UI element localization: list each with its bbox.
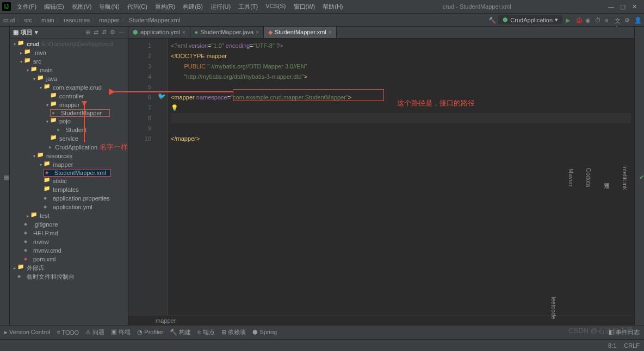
tree-student-mapper-xml[interactable]: StudentMapper.xml bbox=[44, 169, 111, 177]
expand-icon[interactable]: ⇄ bbox=[94, 29, 98, 36]
debug-button[interactable]: 🐞 bbox=[575, 17, 582, 23]
close-icon[interactable]: × bbox=[329, 29, 332, 35]
crumb-main[interactable]: main bbox=[41, 17, 54, 23]
title-bar: IJ 文件(F) 编辑(E) 视图(V) 导航(N) 代码(C) 重构(R) 构… bbox=[0, 0, 644, 14]
code-editor[interactable]: 🐦 <?xml version="1.0" encoding="UTF-8" ?… bbox=[168, 39, 634, 315]
close-icon[interactable]: × bbox=[182, 29, 185, 35]
tree-mvn[interactable]: ▸.mvn bbox=[10, 48, 128, 57]
tree-main[interactable]: ▾main bbox=[10, 66, 128, 74]
chevron-down-icon: ▾ bbox=[555, 16, 558, 23]
tree-help[interactable]: HELP.md bbox=[10, 229, 128, 237]
crumb-mapper[interactable]: mapper bbox=[99, 17, 119, 23]
tab-app-yml[interactable]: ⬢application.yml× bbox=[128, 27, 190, 38]
stop-button[interactable]: ■ bbox=[605, 17, 611, 23]
tree-app-props[interactable]: application.properties bbox=[10, 194, 128, 203]
crumb-project[interactable]: crud bbox=[3, 17, 15, 23]
tree-gitignore[interactable]: .gitignore bbox=[10, 220, 128, 229]
tree-crudapp[interactable]: CrudApplication名字一样 bbox=[10, 143, 128, 152]
menu-run[interactable]: 运行(U) bbox=[208, 2, 233, 12]
coverage-button[interactable]: ◉ bbox=[585, 17, 592, 23]
main-menu[interactable]: 文件(F) 编辑(E) 视图(V) 导航(N) 代码(C) 重构(R) 构建(B… bbox=[14, 2, 346, 12]
check-icon[interactable]: ✔ bbox=[639, 174, 644, 181]
line-numbers: 12345678910 bbox=[128, 39, 156, 315]
tree-mvnwcmd[interactable]: mvnw.cmd bbox=[10, 246, 128, 255]
menu-vcs[interactable]: VCS(S) bbox=[263, 2, 288, 12]
tab-student-mapper-java[interactable]: ●StudentMapper.java× bbox=[190, 27, 264, 38]
tree-pojo[interactable]: ▾pojo bbox=[10, 117, 128, 126]
tree-test[interactable]: ▸test bbox=[10, 211, 128, 220]
avatar-icon[interactable]: 👤 bbox=[634, 17, 641, 23]
menu-file[interactable]: 文件(F) bbox=[14, 2, 39, 12]
settings-icon[interactable]: ⚙ bbox=[624, 17, 631, 23]
tree-templates[interactable]: templates bbox=[10, 185, 128, 194]
editor-breadcrumb[interactable]: mapper bbox=[128, 315, 634, 325]
menu-view[interactable]: 视图(V) bbox=[69, 2, 95, 12]
left-gutter[interactable]: ▦ 结构 Bookmarks bbox=[0, 27, 10, 325]
spring-tab[interactable]: ⬢ Spring bbox=[252, 329, 277, 336]
menu-navigate[interactable]: 导航(N) bbox=[96, 2, 122, 12]
tree-controller[interactable]: controller bbox=[10, 92, 128, 101]
tree-root[interactable]: ▾crudE:\Documets\Desktop\crud bbox=[10, 40, 128, 48]
gear-icon[interactable]: ⚙ bbox=[110, 29, 115, 36]
vcs-tab[interactable]: ▸ Version Control bbox=[4, 329, 50, 336]
maximize-button[interactable]: ▢ bbox=[620, 3, 627, 10]
tree-mapper-pkg[interactable]: ▾mapper bbox=[10, 101, 128, 109]
project-tree[interactable]: ▾crudE:\Documets\Desktop\crud ▸.mvn ▾src… bbox=[10, 39, 128, 325]
editor-tabs[interactable]: ⬢application.yml× ●StudentMapper.java× ◆… bbox=[128, 27, 634, 39]
crumb-src[interactable]: src bbox=[24, 17, 32, 23]
menu-tools[interactable]: 工具(T) bbox=[236, 2, 261, 12]
menu-build[interactable]: 构建(B) bbox=[180, 2, 206, 12]
problems-tab[interactable]: ⚠ 问题 bbox=[85, 328, 104, 336]
tree-service[interactable]: service bbox=[10, 134, 128, 143]
bulb-icon[interactable]: 💡 bbox=[171, 104, 178, 111]
collapse-icon[interactable]: ⇵ bbox=[102, 29, 107, 36]
close-icon[interactable]: × bbox=[256, 29, 259, 35]
tree-student[interactable]: Student bbox=[10, 126, 128, 134]
bottom-toolbar[interactable]: ▸ Version Control ≡ TODO ⚠ 问题 ▣ 终端 ◔ Pro… bbox=[0, 325, 644, 339]
tree-resources[interactable]: ▾resources bbox=[10, 152, 128, 160]
tree-student-mapper-iface[interactable]: StudentMapper bbox=[50, 109, 110, 117]
tree-static[interactable]: static bbox=[10, 177, 128, 185]
close-button[interactable]: ✕ bbox=[632, 3, 639, 10]
tree-src[interactable]: ▾src bbox=[10, 57, 128, 66]
tree-java[interactable]: ▾java bbox=[10, 74, 128, 83]
run-config-dropdown[interactable]: ⬢ CrudApplication ▾ bbox=[498, 15, 562, 24]
project-tool-tab[interactable]: ▦ bbox=[4, 174, 9, 181]
gutter-icons[interactable] bbox=[156, 39, 168, 315]
menu-refactor[interactable]: 重构(R) bbox=[152, 2, 178, 12]
menu-window[interactable]: 窗口(W) bbox=[291, 2, 318, 12]
tree-mvnw[interactable]: mvnw bbox=[10, 237, 128, 246]
crumb-resources[interactable]: resources bbox=[64, 17, 90, 23]
tree-app-yml[interactable]: application.yml bbox=[10, 203, 128, 211]
menu-code[interactable]: 代码(C) bbox=[125, 2, 150, 12]
select-file-icon[interactable]: ⊕ bbox=[85, 29, 90, 36]
menu-help[interactable]: 帮助(H) bbox=[320, 2, 345, 12]
breadcrumb[interactable]: crud〉 src〉 main〉 resources〉 mapper〉 Stud… bbox=[3, 16, 180, 23]
build-tab[interactable]: 🔨 构建 bbox=[170, 328, 191, 336]
todo-tab[interactable]: ≡ TODO bbox=[57, 329, 79, 336]
minimize-button[interactable]: — bbox=[608, 3, 615, 10]
menu-edit[interactable]: 编辑(E) bbox=[41, 2, 67, 12]
tree-pom[interactable]: pom.xml bbox=[10, 255, 128, 264]
tree-pkg[interactable]: ▾com.example.crud bbox=[10, 83, 128, 92]
endpoints-tab[interactable]: ⎋ 端点 bbox=[197, 328, 215, 336]
dependencies-tab[interactable]: ⊞ 依赖项 bbox=[221, 328, 246, 336]
tree-mapper-res[interactable]: ▾mapper bbox=[10, 160, 128, 169]
crumb-file[interactable]: StudentMapper.xml bbox=[129, 17, 181, 23]
tree-ext-lib[interactable]: ▸外部库 bbox=[10, 264, 128, 272]
hide-icon[interactable]: — bbox=[119, 29, 125, 36]
tab-student-mapper-xml[interactable]: ◆StudentMapper.xml× bbox=[264, 27, 337, 38]
profiler-tab[interactable]: ◔ Profiler bbox=[137, 329, 163, 336]
tree-scratch[interactable]: 临时文件和控制台 bbox=[10, 272, 128, 281]
status-position[interactable]: 8:1 bbox=[608, 342, 616, 349]
terminal-tab[interactable]: ▣ 终端 bbox=[111, 328, 131, 336]
status-encoding[interactable]: CRLF bbox=[624, 342, 640, 349]
profile-button[interactable]: ⏱ bbox=[595, 17, 602, 23]
translate-icon[interactable]: 文A bbox=[615, 17, 621, 23]
build-icon[interactable]: 🔨 bbox=[488, 17, 495, 23]
navigation-bar: crud〉 src〉 main〉 resources〉 mapper〉 Stud… bbox=[0, 14, 644, 27]
right-gutter[interactable]: ✔ IntelliLink 通知 Codota Maven leetcode bbox=[634, 27, 644, 325]
run-button[interactable]: ▶ bbox=[566, 17, 572, 23]
gutter-nav-icon[interactable]: 🐦 bbox=[158, 91, 166, 102]
chevron-down-icon[interactable]: ▾ bbox=[35, 29, 38, 36]
